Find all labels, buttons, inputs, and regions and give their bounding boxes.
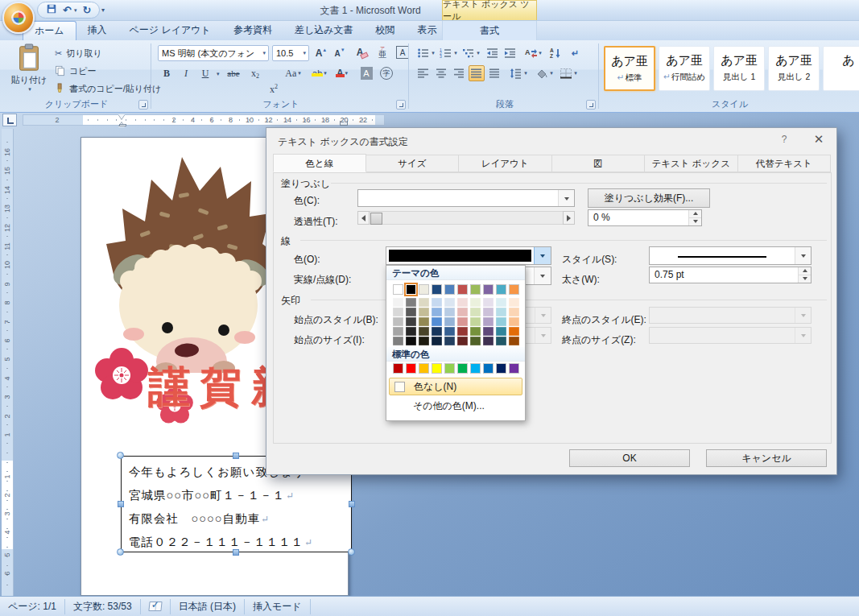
theme-variant-swatch[interactable]	[457, 317, 468, 326]
dropdown-icon[interactable]: ▾	[477, 50, 480, 56]
paste-button[interactable]: 貼り付け ▾	[8, 43, 50, 98]
italic-button[interactable]: I	[177, 65, 195, 81]
justify-button[interactable]	[469, 65, 485, 81]
theme-color-swatch[interactable]	[419, 284, 429, 295]
theme-variant-swatch[interactable]	[496, 308, 506, 316]
dropdown-icon[interactable]: ▾	[574, 70, 577, 76]
theme-variant-swatch[interactable]	[496, 327, 506, 336]
line-weight-spinner[interactable]: 0.75 pt	[649, 267, 812, 283]
theme-variant-swatch[interactable]	[457, 327, 468, 336]
font-color-dropdown-icon[interactable]: ▾	[345, 70, 349, 76]
theme-color-swatch[interactable]	[406, 284, 416, 295]
style-chip-標準[interactable]: あア亜↵標準	[604, 46, 655, 91]
style-chip-行間詰め[interactable]: あア亜↵行間詰め	[659, 46, 710, 91]
spin-up-icon[interactable]	[688, 210, 701, 218]
insert-mode-status[interactable]: 挿入モード	[245, 599, 311, 614]
standard-color-swatch[interactable]	[419, 363, 429, 374]
undo-icon[interactable]: ↶	[63, 5, 72, 15]
paragraph-dialog-launcher-icon[interactable]	[586, 100, 596, 110]
dialog-tab-色と線[interactable]: 色と線	[273, 154, 366, 172]
transparency-spinner[interactable]: 0 %	[588, 209, 702, 226]
format-painter-button[interactable]: 書式のコピー/貼り付け	[55, 81, 161, 97]
shrink-font-button[interactable]: A▼	[331, 45, 349, 61]
dialog-tab-図[interactable]: 図	[552, 155, 646, 172]
show-formatting-marks-button[interactable]: ↵	[567, 45, 586, 61]
tab-references[interactable]: 参考資料	[222, 21, 283, 40]
multilevel-list-button[interactable]: ▾	[460, 45, 481, 61]
dialog-tab-サイズ[interactable]: サイズ	[366, 155, 460, 172]
dash-style-dropdown-icon[interactable]	[534, 267, 551, 284]
line-style-dropdown-icon[interactable]	[795, 247, 811, 264]
standard-color-swatch[interactable]	[470, 363, 481, 374]
theme-variant-swatch[interactable]	[509, 317, 519, 326]
character-shading-button[interactable]: A	[357, 65, 375, 81]
theme-variant-swatch[interactable]	[432, 298, 442, 307]
textbox-handle-bottom-center[interactable]	[233, 549, 239, 556]
dialog-help-button[interactable]: ?	[777, 134, 791, 145]
character-border-button[interactable]: A	[393, 43, 412, 61]
standard-color-swatch[interactable]	[406, 363, 416, 374]
fill-color-dropdown-icon[interactable]	[558, 190, 574, 206]
horizontal-ruler[interactable]: 2246810121416182022	[23, 114, 385, 126]
theme-variant-swatch[interactable]	[483, 298, 494, 307]
standard-color-swatch[interactable]	[496, 363, 506, 374]
theme-variant-swatch[interactable]	[419, 327, 429, 336]
style-chip-partial[interactable]: あ	[823, 46, 859, 91]
tab-view[interactable]: 表示	[406, 21, 448, 40]
underline-dropdown-icon[interactable]: ▾	[217, 71, 220, 77]
highlight-dropdown-icon[interactable]: ▾	[324, 70, 327, 76]
theme-variant-swatch[interactable]	[406, 327, 416, 336]
distribute-button[interactable]	[486, 65, 502, 81]
tab-review[interactable]: 校閲	[364, 21, 406, 40]
highlight-color-button[interactable]: ab ▾	[309, 65, 330, 81]
theme-variant-swatch[interactable]	[432, 337, 442, 345]
shading-button[interactable]: ▾	[533, 65, 555, 81]
sort-button[interactable]: AZ	[546, 45, 565, 61]
theme-variant-swatch[interactable]	[393, 308, 403, 316]
theme-color-swatch[interactable]	[483, 284, 494, 295]
proofing-status[interactable]: ✓	[141, 599, 171, 614]
theme-variant-swatch[interactable]	[393, 298, 403, 307]
clipboard-dialog-launcher-icon[interactable]	[138, 100, 148, 110]
standard-color-swatch[interactable]	[509, 363, 519, 374]
slider-right-arrow-icon[interactable]	[563, 211, 575, 225]
theme-color-swatch[interactable]	[444, 284, 455, 295]
redo-icon[interactable]: ↻	[82, 5, 91, 15]
theme-variant-swatch[interactable]	[457, 308, 468, 316]
enclose-characters-button[interactable]: 字	[377, 65, 396, 81]
textbox-handle-bottom-left[interactable]	[117, 548, 124, 556]
paste-dropdown-icon[interactable]: ▾	[28, 86, 31, 93]
theme-variant-swatch[interactable]	[509, 298, 519, 307]
dropdown-icon[interactable]: ▾	[550, 70, 553, 76]
theme-variant-swatch[interactable]	[470, 317, 481, 326]
font-name-combo[interactable]: MS 明朝 (本文のフォン ▾	[158, 45, 269, 61]
tab-mailings[interactable]: 差し込み文書	[283, 21, 365, 40]
more-colors-item[interactable]: その他の色(M)...	[389, 397, 522, 415]
theme-variant-swatch[interactable]	[470, 308, 481, 316]
slider-thumb[interactable]	[370, 213, 382, 225]
standard-color-swatch[interactable]	[483, 363, 494, 374]
theme-color-swatch[interactable]	[496, 284, 506, 295]
theme-variant-swatch[interactable]	[457, 298, 468, 307]
slider-track[interactable]	[370, 211, 563, 225]
align-left-button[interactable]	[415, 65, 432, 81]
theme-variant-swatch[interactable]	[509, 308, 519, 316]
theme-variant-swatch[interactable]	[444, 317, 455, 326]
subscript-button[interactable]: x2	[246, 65, 264, 81]
bold-button[interactable]: B	[158, 65, 176, 81]
align-right-button[interactable]	[451, 65, 467, 81]
dialog-tab-レイアウト[interactable]: レイアウト	[459, 155, 552, 172]
theme-variant-swatch[interactable]	[483, 317, 494, 326]
standard-color-swatch[interactable]	[457, 363, 468, 374]
theme-variant-swatch[interactable]	[432, 317, 442, 326]
theme-variant-swatch[interactable]	[406, 317, 416, 326]
theme-variant-swatch[interactable]	[483, 337, 494, 345]
theme-variant-swatch[interactable]	[483, 308, 494, 316]
superscript-button[interactable]: x2	[265, 81, 283, 97]
font-size-combo[interactable]: 10.5 ▾	[272, 45, 309, 61]
theme-variant-swatch[interactable]	[419, 308, 429, 316]
underline-button[interactable]: U	[196, 65, 214, 81]
dropdown-icon[interactable]: ▾	[524, 70, 527, 76]
numbering-button[interactable]: 123▾	[438, 45, 459, 61]
weight-spin-up-icon[interactable]	[798, 267, 811, 275]
